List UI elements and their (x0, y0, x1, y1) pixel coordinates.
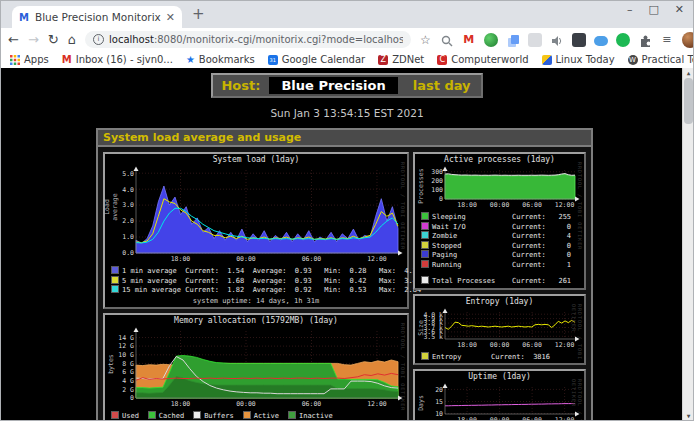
rrdtool-watermark: RRDTOOL / TOBI OETIKER (577, 162, 583, 250)
legend-row: Active (243, 411, 279, 421)
chart-title: System load (1day) (105, 155, 407, 165)
chart-ylabel: Size (417, 308, 425, 348)
grey-square-extension-icon[interactable] (528, 33, 542, 47)
bookmark-linux-today[interactable]: Linux Today (542, 54, 615, 65)
chart-title: Entropy (1day) (415, 297, 584, 307)
page-info-icon[interactable]: i (93, 34, 104, 45)
gmail-icon: M (62, 54, 72, 65)
svg-text:18:00: 18:00 (457, 341, 477, 349)
bookmark-practical-technology[interactable]: W Practical Technol... (628, 54, 694, 65)
system-load-section: System load average and usage Load avera… (96, 128, 593, 421)
bookmark-apps[interactable]: Apps (10, 54, 49, 65)
bookmark-computerworld[interactable]: C Computerworld (437, 54, 528, 65)
scrollbar-down-arrow[interactable]: ▼ (683, 411, 694, 421)
bookmark-label: Linux Today (556, 54, 615, 65)
legend-row: Inactive (288, 411, 333, 421)
legend-swatch (111, 411, 119, 419)
system-load-panel: Load average System load (1day) 5.04.03.… (103, 152, 409, 309)
legend-swatch (421, 241, 429, 249)
dark-square-extension-icon[interactable] (572, 33, 586, 47)
legend-text: Running Current: 1 (432, 261, 571, 269)
window-minimize-button[interactable]: – (627, 3, 633, 16)
reading-list-icon[interactable]: ≡ (660, 33, 674, 47)
bookmark-star-icon[interactable]: ☆ (420, 33, 431, 47)
chart-plot: 4.0 k3.9 k3.8 k3.7 k3.6 k3.5 k18:0000:00… (417, 307, 583, 351)
svg-text:10 G: 10 G (118, 351, 134, 359)
zdnet-icon: Z (378, 55, 388, 65)
bookmark-label: Bookmarks (199, 54, 255, 65)
bookmark-inbox[interactable]: M Inbox (16) - sjvn0... (62, 54, 173, 65)
bookmark-label: Computerworld (451, 54, 528, 65)
gmail-extension-icon[interactable]: M (462, 33, 476, 47)
svg-text:12:00: 12:00 (554, 201, 574, 209)
forward-button[interactable]: → (28, 33, 39, 46)
legend-row: Wait I/O Current: 0 (421, 222, 578, 232)
bookmark-zdnet[interactable]: Z ZDNet (378, 54, 424, 65)
window-close-button[interactable]: ✕ (675, 3, 684, 16)
blue-pill-extension-icon[interactable] (594, 36, 608, 46)
bookmark-label: Practical Technol... (642, 54, 694, 65)
profile-avatar[interactable] (682, 32, 694, 48)
svg-text:06:00: 06:00 (302, 400, 322, 408)
svg-text:18:00: 18:00 (457, 416, 477, 421)
window-maximize-button[interactable]: □ (648, 3, 658, 16)
speaker-extension-icon[interactable] (550, 33, 564, 47)
bookmark-bookmarks[interactable]: ★ Bookmarks (186, 54, 255, 65)
search-extension-icon[interactable] (440, 33, 454, 47)
wordpress-icon: W (628, 55, 638, 65)
svg-text:12:00: 12:00 (367, 255, 387, 263)
reload-button[interactable]: ↻ (48, 33, 59, 46)
url-bar[interactable]: i localhost:8080/monitorix-cgi/monitorix… (85, 31, 411, 48)
legend-swatch (111, 285, 119, 293)
svg-text:3.5 k: 3.5 k (423, 332, 443, 340)
rrdtool-watermark: RRDTOOL / TOBI OETIKER (571, 304, 583, 364)
legend-row: Stopped Current: 0 (421, 241, 578, 251)
chart-title: Active processes (1day) (415, 155, 584, 165)
url-text[interactable]: localhost:8080/monitorix-cgi/monitorix.c… (109, 34, 403, 45)
legend-swatch (421, 260, 429, 268)
svg-text:1.0: 1.0 (122, 233, 134, 241)
legend-swatch (421, 231, 429, 239)
scrollbar-thumb[interactable] (684, 78, 693, 124)
back-button[interactable]: ← (8, 33, 19, 46)
extensions-puzzle-icon[interactable] (638, 33, 652, 47)
computerworld-icon: C (437, 55, 447, 65)
svg-text:00:00: 00:00 (489, 341, 509, 349)
legend-text: Entropy Current: 3816 (432, 353, 550, 361)
home-button[interactable]: ⌂ (68, 33, 76, 46)
tab-close-icon[interactable]: ✕ (166, 11, 175, 24)
svg-text:06:00: 06:00 (302, 255, 322, 263)
period-selector[interactable]: last day (407, 78, 477, 93)
legend-swatch (148, 411, 156, 419)
bookmark-label: ZDNet (392, 54, 424, 65)
svg-text:10: 10 (435, 410, 443, 418)
legend-swatch (111, 276, 119, 284)
svg-text:00:00: 00:00 (236, 400, 256, 408)
scrollbar-up-arrow[interactable]: ▲ (683, 68, 694, 78)
chart-legend: 1 min average Current: 1.54 Average: 0.9… (105, 265, 407, 295)
legend-row: Total Processes Current: 261 (421, 276, 578, 286)
bookmark-label: Apps (24, 54, 49, 65)
new-tab-button[interactable]: + (192, 5, 205, 23)
chart-legend: Sleeping Current: 255Wait I/O Current: 0… (415, 211, 584, 286)
chart-ylabel: Load average (103, 187, 119, 227)
green-orb-extension-icon[interactable] (484, 33, 498, 47)
pages-extension-icon[interactable] (506, 33, 520, 47)
apps-grid-icon (10, 55, 20, 65)
svg-text:06:00: 06:00 (522, 416, 542, 421)
browser-tab[interactable]: M Blue Precision Monitorix ✕ (12, 6, 182, 28)
monitorix-page: Host: Blue Precision last day Sun Jan 3 … (0, 68, 694, 421)
legend-text: Stopped Current: 0 (432, 242, 571, 250)
scrollbar[interactable]: ▲ ▼ (682, 68, 694, 421)
uptime-panel: Days Uptime (1day) 20151018:0000:0006:00… (413, 369, 586, 421)
legend-row: Used (111, 411, 139, 421)
chart-legend: Entropy Current: 3816 (415, 351, 584, 362)
svg-text:18:00: 18:00 (171, 400, 191, 408)
bookmark-google-calendar[interactable]: 31 Google Calendar (268, 54, 365, 65)
svg-text:12 G: 12 G (118, 342, 134, 350)
star-icon: ★ (186, 54, 195, 65)
svg-text:12:00: 12:00 (367, 400, 387, 408)
svg-text:20: 20 (435, 386, 443, 394)
green-circle-extension-icon[interactable] (616, 33, 630, 47)
tab-title: Blue Precision Monitorix (35, 11, 161, 23)
